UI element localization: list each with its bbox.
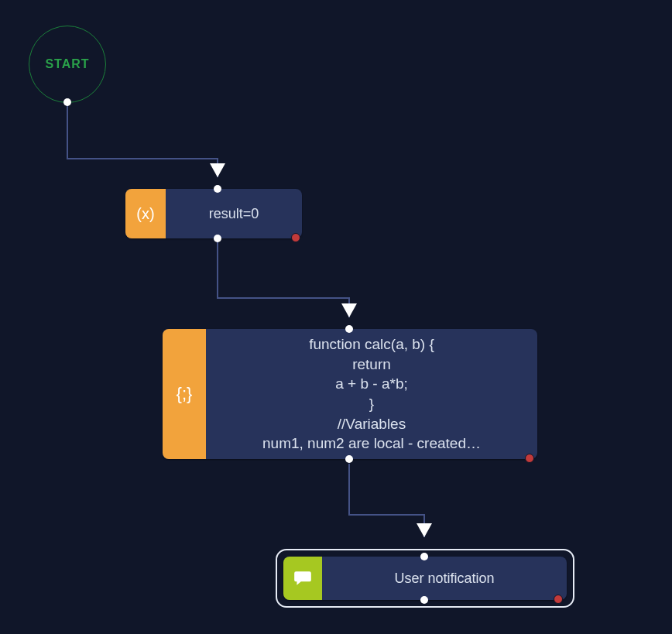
port-in[interactable] bbox=[420, 553, 428, 560]
port-in[interactable] bbox=[345, 325, 353, 333]
variable-icon: (x) bbox=[125, 189, 166, 238]
variable-icon-glyph: (x) bbox=[136, 205, 154, 223]
breakpoint-dot[interactable] bbox=[291, 233, 300, 242]
arrowhead bbox=[341, 303, 357, 317]
arrowhead bbox=[417, 523, 432, 537]
port-out[interactable] bbox=[214, 235, 221, 242]
speech-icon bbox=[283, 557, 322, 600]
flow-canvas[interactable]: START (x) result=0 {;} function calc(a, … bbox=[0, 0, 672, 634]
edge-start-to-var bbox=[67, 103, 218, 177]
notification-node[interactable]: User notification bbox=[283, 557, 567, 600]
breakpoint-dot[interactable] bbox=[525, 454, 534, 463]
port-out[interactable] bbox=[345, 455, 353, 463]
start-label: START bbox=[45, 57, 89, 71]
script-icon-glyph: {;} bbox=[177, 384, 193, 404]
script-icon: {;} bbox=[163, 329, 206, 459]
edges-layer bbox=[0, 0, 672, 634]
script-node[interactable]: {;} function calc(a, b) { return a + b -… bbox=[163, 329, 537, 459]
breakpoint-dot[interactable] bbox=[554, 595, 563, 604]
variable-node[interactable]: (x) result=0 bbox=[125, 189, 302, 238]
variable-node-text: result=0 bbox=[166, 189, 302, 238]
edge-script-to-notify bbox=[349, 464, 424, 537]
port-in[interactable] bbox=[214, 185, 221, 193]
edge-var-to-script bbox=[218, 241, 349, 317]
port-out[interactable] bbox=[420, 596, 428, 604]
start-node[interactable]: START bbox=[29, 26, 106, 103]
script-node-text: function calc(a, b) { return a + b - a*b… bbox=[206, 329, 537, 459]
speech-icon-svg bbox=[293, 568, 313, 588]
port-out[interactable] bbox=[63, 98, 71, 106]
notification-node-text: User notification bbox=[322, 557, 567, 600]
arrowhead bbox=[210, 163, 225, 177]
